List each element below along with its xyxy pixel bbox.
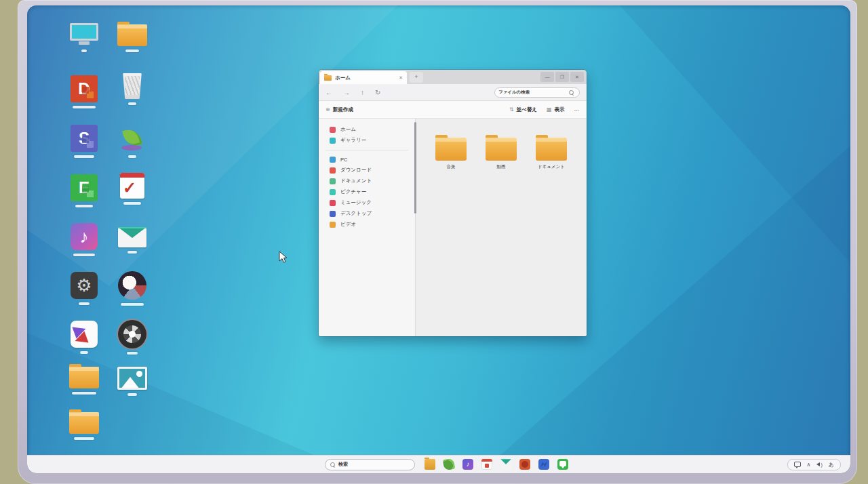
desktop-icon-leaf-app[interactable] bbox=[114, 127, 151, 158]
sidebar-item-place-3[interactable]: ピクチャー bbox=[319, 186, 415, 197]
place-icon bbox=[330, 211, 336, 217]
desktop: D S E ♪ ⚙ ✓ bbox=[27, 5, 850, 473]
maximize-button[interactable]: ❐ bbox=[555, 72, 569, 82]
camera-shutter-icon bbox=[118, 320, 146, 348]
icon-label bbox=[80, 351, 88, 354]
folder-item-1[interactable]: 動画 bbox=[482, 138, 520, 170]
icon-label bbox=[79, 302, 90, 305]
file-search-input[interactable] bbox=[498, 90, 566, 95]
folder-icon bbox=[435, 138, 467, 161]
taskbar-mail-icon[interactable] bbox=[500, 459, 511, 470]
more-options-button[interactable]: … bbox=[574, 106, 580, 113]
taskbar-blue-app-icon[interactable] bbox=[538, 459, 549, 470]
folder-icon bbox=[486, 138, 517, 161]
folder-icon bbox=[117, 24, 147, 46]
leaf-icon bbox=[120, 127, 144, 152]
minimize-button[interactable]: — bbox=[540, 72, 554, 82]
sidebar-item-place-6[interactable]: ビデオ bbox=[319, 219, 415, 230]
sort-arrows-icon: ⇅ bbox=[509, 106, 514, 113]
ime-indicator[interactable]: あ bbox=[829, 461, 834, 468]
taskbar-software-icon[interactable] bbox=[443, 458, 456, 471]
sidebar-item-label: デスクトップ bbox=[340, 210, 372, 217]
search-icon bbox=[569, 90, 574, 95]
forward-button[interactable]: → bbox=[343, 89, 350, 96]
volume-icon[interactable]: ) bbox=[816, 462, 822, 467]
desktop-icon-computer[interactable] bbox=[66, 23, 102, 52]
file-list-area[interactable]: 音楽動画ドキュメント bbox=[416, 119, 587, 336]
desktop-icon-d-app[interactable]: D bbox=[66, 75, 102, 108]
desktop-icon-s-app[interactable]: S bbox=[66, 125, 102, 158]
refresh-button[interactable]: ↻ bbox=[375, 89, 380, 96]
tab-home[interactable]: ホーム ✕ bbox=[320, 71, 407, 84]
folder-item-0[interactable]: 音楽 bbox=[432, 138, 470, 170]
taskbar-files-icon[interactable] bbox=[425, 459, 435, 470]
mail-envelope-icon bbox=[118, 227, 146, 247]
e-app-icon: E bbox=[71, 174, 98, 201]
desktop-icon-tasks[interactable]: ✓ bbox=[114, 173, 151, 205]
sidebar-item-place-4[interactable]: ミュージック bbox=[319, 197, 415, 208]
desktop-icon-settings[interactable]: ⚙ bbox=[66, 272, 102, 305]
desktop-icon-swirl-app[interactable] bbox=[114, 271, 151, 306]
icon-label bbox=[74, 437, 94, 440]
new-button[interactable]: ⊕ 新規作成 bbox=[326, 106, 353, 113]
sidebar: ホームギャラリー PCダウンロードドキュメントピクチャーミュージックデスクトップ… bbox=[319, 119, 416, 336]
icon-label bbox=[123, 202, 141, 205]
tab-close-icon[interactable]: ✕ bbox=[399, 75, 403, 81]
desktop-icon-folder-1[interactable] bbox=[66, 367, 102, 395]
taskbar-photos-icon[interactable] bbox=[519, 459, 530, 470]
picture-icon bbox=[117, 367, 147, 390]
mouse-cursor bbox=[278, 251, 289, 264]
place-icon bbox=[330, 178, 336, 184]
sidebar-places-group: PCダウンロードドキュメントピクチャーミュージックデスクトップビデオ bbox=[319, 155, 415, 230]
icon-label bbox=[73, 254, 95, 256]
view-button[interactable]: ▦ 表示 bbox=[547, 106, 565, 113]
icon-label bbox=[127, 393, 137, 396]
icon-label bbox=[121, 303, 144, 306]
taskbar-search-label: 検索 bbox=[338, 461, 348, 468]
desktop-icon-home-folder[interactable] bbox=[114, 24, 151, 52]
desktop-icon-folder-2[interactable] bbox=[66, 412, 102, 440]
sidebar-item-place-2[interactable]: ドキュメント bbox=[319, 176, 415, 186]
sidebar-item-label: ビデオ bbox=[340, 221, 356, 228]
desktop-icon-images[interactable] bbox=[114, 367, 151, 396]
tray-expand-chevron-icon[interactable]: ∧ bbox=[807, 462, 811, 468]
place-icon bbox=[330, 222, 336, 228]
folder-item-2[interactable]: ドキュメント bbox=[532, 138, 570, 170]
new-tab-button[interactable]: + bbox=[410, 72, 423, 83]
navigation-toolbar: ← → ↑ ↻ bbox=[319, 84, 587, 101]
sort-button[interactable]: ⇅ 並べ替え bbox=[509, 106, 537, 113]
place-icon bbox=[330, 200, 336, 206]
sidebar-item-place-0[interactable]: PC bbox=[319, 155, 415, 165]
checklist-icon: ✓ bbox=[120, 173, 144, 199]
taskbar-calendar-icon[interactable] bbox=[481, 459, 492, 470]
trash-icon bbox=[122, 73, 142, 99]
desktop-icon-music[interactable]: ♪ bbox=[66, 223, 102, 256]
sidebar-item-label: ダウンロード bbox=[340, 167, 372, 174]
sidebar-item-place-1[interactable]: ダウンロード bbox=[319, 165, 415, 176]
up-button[interactable]: ↑ bbox=[361, 89, 364, 96]
desktop-icon-e-app[interactable]: E bbox=[66, 174, 102, 207]
plus-circle-icon: ⊕ bbox=[326, 106, 330, 113]
desktop-icon-mail[interactable] bbox=[114, 227, 151, 254]
desktop-icon-camera[interactable] bbox=[114, 320, 151, 355]
desktop-icon-transfer[interactable] bbox=[66, 321, 102, 354]
icon-label bbox=[72, 392, 96, 395]
close-button[interactable]: ✕ bbox=[570, 72, 584, 82]
desktop-icon-trash[interactable] bbox=[114, 73, 151, 105]
tab-title: ホーム bbox=[335, 75, 395, 81]
back-button[interactable]: ← bbox=[326, 89, 332, 96]
folder-label: 動画 bbox=[482, 164, 520, 170]
taskbar-search[interactable]: 検索 bbox=[325, 459, 415, 470]
file-search-box[interactable] bbox=[494, 87, 580, 98]
sidebar-scrollbar[interactable] bbox=[414, 122, 416, 214]
taskbar-music-icon[interactable]: ♪ bbox=[462, 459, 473, 470]
taskbar-messenger-icon[interactable] bbox=[557, 459, 568, 470]
system-tray: ∧ ) あ bbox=[787, 459, 841, 470]
notifications-icon[interactable] bbox=[794, 462, 801, 467]
sidebar-item-top-0[interactable]: ホーム bbox=[319, 124, 415, 135]
sidebar-item-place-5[interactable]: デスクトップ bbox=[319, 208, 415, 219]
icon-label bbox=[73, 106, 96, 108]
sidebar-item-label: ミュージック bbox=[340, 199, 372, 206]
folder-icon bbox=[69, 412, 99, 434]
sidebar-item-top-1[interactable]: ギャラリー bbox=[319, 135, 415, 146]
